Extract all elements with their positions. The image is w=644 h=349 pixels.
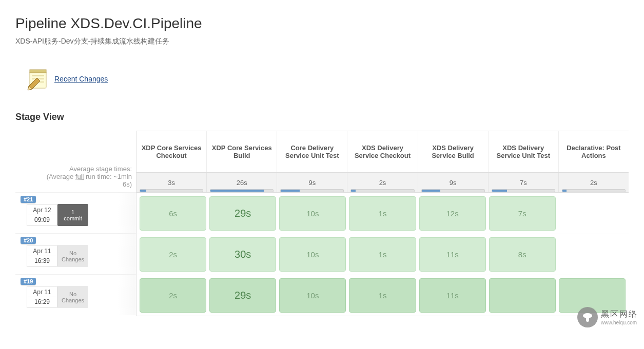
run-label[interactable]: #21Apr 1209:091commit (15, 192, 136, 233)
stage-cell[interactable]: 1s (349, 196, 416, 231)
stage-avg-cell: 7s (488, 173, 558, 192)
stage-avg-value: 9s (450, 179, 457, 187)
stage-avg-cell: 2s (558, 173, 629, 192)
avg-stage-times-label: Average stage times: (Average full run t… (15, 131, 136, 192)
stage-cell (559, 237, 626, 272)
svg-rect-1 (30, 70, 46, 73)
stage-view-grid: Average stage times: (Average full run t… (15, 131, 629, 316)
stage-header: XDP Core Services Build (206, 131, 277, 172)
stage-avg-value: 2s (590, 179, 597, 187)
stage-cell[interactable]: 29s (209, 196, 276, 231)
stage-header: Declarative: Post Actions (558, 131, 629, 172)
stage-cell[interactable]: 6s (140, 196, 206, 231)
stage-cell[interactable]: 12s (419, 196, 486, 231)
stage-avg-value: 7s (520, 179, 527, 187)
avg-line1: Average stage times: (19, 165, 132, 173)
stage-cell[interactable]: 11s (419, 237, 486, 272)
page-subtitle: XDS-API服务-Dev分支-持续集成流水线构建任务 (15, 37, 629, 46)
stage-header: Core Delivery Service Unit Test (277, 131, 347, 172)
stage-avg-cell: 26s (206, 173, 277, 192)
build-number-badge[interactable]: #19 (21, 278, 36, 285)
run-row: 6s29s10s1s12s7s (136, 193, 629, 234)
notepad-icon (26, 67, 50, 91)
avg-line3: 6s) (19, 180, 132, 188)
stage-cell[interactable]: 1s (349, 237, 416, 272)
stage-cell[interactable]: 7s (489, 196, 556, 231)
stage-cell[interactable]: 10s (279, 278, 346, 313)
stage-cell (559, 196, 626, 231)
recent-changes-block: Recent Changes (26, 67, 629, 91)
stage-cell[interactable]: 11s (419, 278, 486, 313)
run-date: Apr 1116:29 (27, 286, 57, 308)
stage-cell[interactable]: 2s (140, 237, 206, 272)
stage-cell[interactable]: 10s (279, 237, 346, 272)
stage-avg-value: 3s (168, 179, 175, 187)
pipeline-page: Pipeline XDS.Dev.CI.Pipeline XDS-API服务-D… (0, 0, 644, 332)
run-row: 2s30s10s1s11s8s (136, 234, 629, 275)
stage-cell[interactable]: 2s (140, 278, 206, 313)
run-row: 2s29s10s1s11s (136, 275, 629, 316)
stage-cell (559, 278, 626, 313)
build-number-badge[interactable]: #21 (21, 196, 36, 203)
stage-avg-value: 26s (237, 179, 247, 187)
stage-grid: XDP Core Services CheckoutXDP Core Servi… (136, 131, 629, 316)
recent-changes-link[interactable]: Recent Changes (54, 75, 108, 83)
stage-avg-cell: 9s (277, 173, 347, 192)
stage-avg-value: 9s (308, 179, 316, 187)
stage-header: XDS Delivery Service Checkout (347, 131, 417, 172)
commit-count[interactable]: 1commit (57, 204, 88, 226)
stage-cell[interactable]: 8s (489, 237, 556, 272)
no-changes-badge: NoChanges (57, 286, 88, 308)
stage-header: XDP Core Services Checkout (136, 131, 206, 172)
stage-header: XDS Delivery Service Unit Test (488, 131, 558, 172)
run-labels-column: Average stage times: (Average full run t… (15, 131, 136, 316)
stage-header-row: XDP Core Services CheckoutXDP Core Servi… (136, 131, 629, 172)
stage-view-heading: Stage View (15, 112, 629, 122)
run-date: Apr 1116:39 (27, 245, 57, 267)
stage-cell[interactable]: 29s (209, 278, 276, 313)
stage-avg-row: 3s26s9s2s9s7s2s (136, 172, 629, 193)
stage-avg-cell: 3s (136, 173, 206, 192)
stage-avg-value: 2s (379, 179, 386, 187)
run-date: Apr 1209:09 (27, 204, 57, 226)
stage-cell[interactable]: 10s (279, 196, 346, 231)
stage-cell[interactable]: 1s (349, 278, 416, 313)
no-changes-badge: NoChanges (57, 245, 88, 267)
page-title: Pipeline XDS.Dev.CI.Pipeline (15, 15, 629, 32)
run-label[interactable]: #20Apr 1116:39NoChanges (15, 233, 136, 274)
avg-line2: (Average full run time: ~1min (19, 173, 132, 180)
stage-header: XDS Delivery Service Build (418, 131, 488, 172)
stage-cell[interactable]: 30s (209, 237, 276, 272)
build-number-badge[interactable]: #20 (21, 237, 36, 244)
stage-avg-cell: 9s (418, 173, 488, 192)
stage-cell (489, 278, 556, 313)
run-label[interactable]: #19Apr 1116:29NoChanges (15, 274, 136, 315)
stage-avg-cell: 2s (347, 173, 417, 192)
